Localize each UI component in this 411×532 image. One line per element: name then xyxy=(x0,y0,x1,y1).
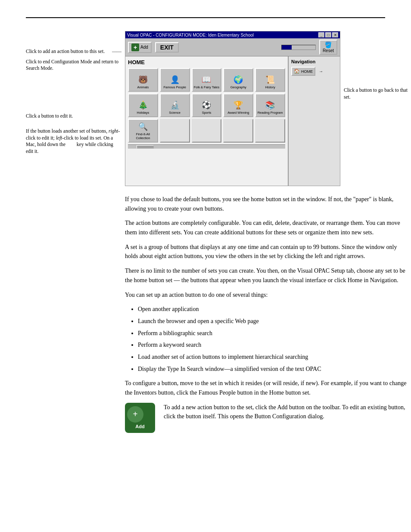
add-icon: + xyxy=(131,44,139,51)
right-content: Visual OPAC - CONFIGURATION MODE: Iden E… xyxy=(125,31,408,433)
holidays-button[interactable]: 🎄 Holidays xyxy=(128,93,158,117)
award-icon: 🏆 xyxy=(234,100,243,110)
add-icon-label: Add xyxy=(135,423,144,430)
folk-fairy-label: Folk & Fairy Tales xyxy=(194,85,219,89)
bullet-item-1: Open another application xyxy=(138,305,408,314)
body-para-5: You can set up an action button to do on… xyxy=(125,290,408,300)
left-annotations: Click to add an action button to this se… xyxy=(26,31,125,433)
animals-label: Animals xyxy=(137,85,149,89)
button-grid-row3: 🔍 Find-It-All Collection xyxy=(128,119,285,143)
sports-label: Sports xyxy=(202,111,212,115)
reading-icon: 📚 xyxy=(265,100,275,110)
reading-label: Reading Program xyxy=(258,111,283,115)
geography-label: Geography xyxy=(230,85,246,89)
right-annotation: Click a button to go back to that set. xyxy=(344,87,408,100)
body-para-2: The action buttons are completely config… xyxy=(125,218,408,237)
empty-btn-1 xyxy=(160,119,190,143)
screenshot: Visual OPAC - CONFIGURATION MODE: Iden E… xyxy=(125,31,340,186)
geography-button[interactable]: 🌍 Geography xyxy=(223,68,253,92)
add-toolbar-button[interactable]: + Add xyxy=(128,42,152,53)
exit-button[interactable]: EXIT xyxy=(155,42,179,53)
sports-icon: ⚽ xyxy=(202,100,211,110)
famous-people-button[interactable]: 👤 Famous People xyxy=(160,68,190,92)
annotation-1: Click to add an action button to this se… xyxy=(26,48,121,55)
history-label: History xyxy=(265,85,275,89)
bottom-section: + Add To add a new action button to the … xyxy=(125,403,408,433)
annotation-2: Click to end Configuration Mode and retu… xyxy=(26,59,121,72)
annotation-4: If the button loads another set of butto… xyxy=(26,128,121,155)
annotation-4-text: If the button loads another set of butto… xyxy=(26,128,120,154)
minimize-btn[interactable]: _ xyxy=(318,32,324,37)
body-para-4: There is no limit to the number of sets … xyxy=(125,266,408,285)
famous-people-label: Famous People xyxy=(163,85,186,89)
body-para-3: A set is a group of buttons that display… xyxy=(125,243,408,261)
main-section: Click to add an action button to this se… xyxy=(26,31,385,433)
finditall-button[interactable]: 🔍 Find-It-All Collection xyxy=(128,119,158,143)
add-icon-large: + Add xyxy=(125,403,155,433)
finditall-label: Find-It-All Collection xyxy=(130,132,156,140)
animals-icon: 🐻 xyxy=(138,75,148,84)
holidays-label: Holidays xyxy=(137,111,149,115)
empty-btn-4 xyxy=(255,119,285,143)
body-text: If you chose to load the default buttons… xyxy=(125,195,408,433)
holidays-icon: 🎄 xyxy=(138,100,148,110)
button-grid-row2: 🎄 Holidays 🔬 Science ⚽ Sports xyxy=(128,93,285,117)
navigation-title: Navigation xyxy=(291,59,337,64)
history-icon: 📜 xyxy=(265,75,275,84)
annotation-3-text: Click a button to edit it. xyxy=(26,113,73,118)
bullet-item-2: Launch the browser and open a specific W… xyxy=(138,317,408,326)
home-icon: 🏠 xyxy=(294,68,300,74)
home-label: HOME xyxy=(128,59,285,65)
maximize-btn[interactable]: □ xyxy=(325,32,331,37)
science-button[interactable]: 🔬 Science xyxy=(160,93,190,117)
close-btn[interactable]: ✕ xyxy=(332,32,338,37)
annotation-2-text: Click to end Configuration Mode and retu… xyxy=(26,59,118,71)
annotation-1-text: Click to add an action button to this se… xyxy=(26,48,112,55)
science-label: Science xyxy=(169,111,181,115)
folk-fairy-icon: 📖 xyxy=(202,75,211,84)
empty-btn-2 xyxy=(192,119,222,143)
screenshot-main: HOME 🐻 Animals 👤 Famous People xyxy=(125,56,340,186)
nav-arrow-icon: → xyxy=(319,69,323,74)
bullet-item-4: Perform a keyword search xyxy=(138,340,408,350)
reset-icon: 🪣 xyxy=(324,41,332,48)
award-label: Award Winning xyxy=(227,111,249,115)
screenshot-titlebar: Visual OPAC - CONFIGURATION MODE: Iden E… xyxy=(125,31,340,38)
bottom-para-2: To add a new action button to the set, c… xyxy=(164,403,408,428)
reading-program-button[interactable]: 📚 Reading Program xyxy=(255,93,285,117)
reset-button[interactable]: 🪣 Reset xyxy=(319,40,337,55)
geography-icon: 🌍 xyxy=(234,75,243,84)
page: Click to add an action button to this se… xyxy=(0,0,411,459)
science-icon: 🔬 xyxy=(170,100,180,110)
navigation-panel: Navigation 🏠 HOME → xyxy=(288,56,340,186)
add-icon-circle: + xyxy=(127,406,143,423)
bullet-list: Open another application Launch the brow… xyxy=(138,305,408,373)
bullet-item-3: Perform a bibliographic search xyxy=(138,329,408,338)
screenshot-toolbar: + Add EXIT 🪣 Reset xyxy=(125,38,340,56)
bottom-para-1: To configure a button, move to the set i… xyxy=(125,379,408,397)
empty-btn-3 xyxy=(223,119,253,143)
sports-button[interactable]: ⚽ Sports xyxy=(192,93,222,117)
bullet-item-5: Load another set of action buttons to im… xyxy=(138,352,408,362)
nav-home-button[interactable]: 🏠 HOME xyxy=(291,67,315,76)
progress-bar xyxy=(281,45,316,50)
titlebar-buttons: _ □ ✕ xyxy=(318,32,338,37)
folk-fairy-button[interactable]: 📖 Folk & Fairy Tales xyxy=(192,68,222,92)
right-annotation-text: Click a button to go back to that set. xyxy=(344,87,408,100)
history-button[interactable]: 📜 History xyxy=(255,68,285,92)
nav-home-label: HOME xyxy=(301,69,313,74)
famous-people-icon: 👤 xyxy=(170,75,180,84)
award-winning-button[interactable]: 🏆 Award Winning xyxy=(223,93,253,117)
button-grid-row1: 🐻 Animals 👤 Famous People 📖 Folk & Fair xyxy=(128,68,285,92)
top-rule xyxy=(26,17,385,18)
horizontal-scrollbar[interactable] xyxy=(128,144,285,149)
finditall-icon: 🔍 xyxy=(138,122,148,131)
annotation-3: Click a button to edit it. xyxy=(26,113,121,120)
body-para-1: If you chose to load the default buttons… xyxy=(125,195,408,213)
scrollbar-thumb-h[interactable] xyxy=(137,145,154,149)
add-label: Add xyxy=(140,45,148,50)
animals-button[interactable]: 🐻 Animals xyxy=(128,68,158,92)
reset-label: Reset xyxy=(323,48,334,53)
progress-inner xyxy=(282,45,292,50)
screenshot-content: HOME 🐻 Animals 👤 Famous People xyxy=(125,56,288,186)
